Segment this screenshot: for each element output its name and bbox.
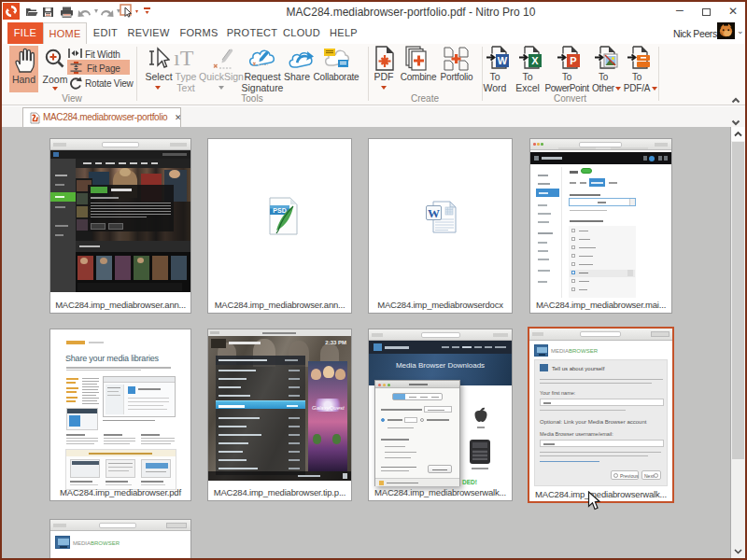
svg-text:W: W bbox=[498, 55, 508, 66]
svg-text:PSD: PSD bbox=[273, 207, 286, 214]
svg-text:X: X bbox=[531, 55, 539, 66]
svg-text:W: W bbox=[428, 206, 440, 220]
svg-text:P: P bbox=[570, 55, 576, 66]
